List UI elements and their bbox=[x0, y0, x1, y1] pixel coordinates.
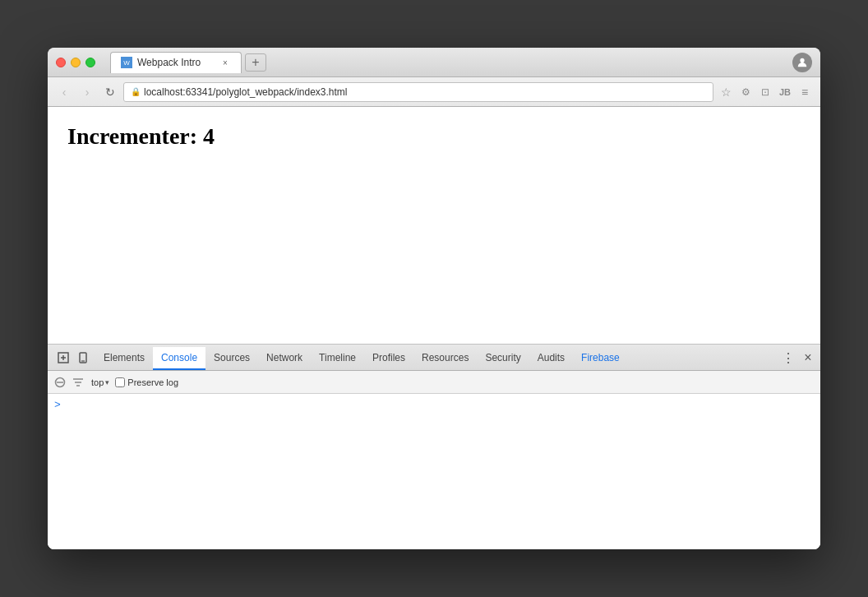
bookmark-icon: ☆ bbox=[721, 86, 732, 99]
preserve-log-label: Preserve log bbox=[115, 377, 178, 387]
profile-icon[interactable] bbox=[792, 53, 812, 72]
device-mode-button[interactable] bbox=[74, 349, 92, 367]
preserve-log-checkbox[interactable] bbox=[115, 377, 125, 387]
address-bar[interactable]: 🔒 localhost:63341/polyglot_webpack/index… bbox=[123, 82, 713, 102]
puzzle-icon: ⚙ bbox=[741, 86, 750, 98]
maximize-window-button[interactable] bbox=[85, 58, 95, 67]
devtools-more-button[interactable]: ⋮ bbox=[779, 349, 797, 367]
cursor-icon bbox=[58, 352, 69, 363]
devtools-tab-list: Elements Console Sources Network Timelin… bbox=[95, 347, 779, 370]
page-content: Incrementer: 4 bbox=[48, 107, 820, 344]
console-content[interactable]: > bbox=[48, 394, 820, 549]
inspect-element-button[interactable] bbox=[54, 349, 72, 367]
console-prompt-arrow: > bbox=[54, 399, 61, 411]
no-entry-icon bbox=[54, 377, 66, 388]
tab-bar: W Webpack Intro × + bbox=[110, 52, 786, 73]
browser-tab[interactable]: W Webpack Intro × bbox=[110, 52, 242, 73]
mobile-icon bbox=[77, 352, 89, 363]
devtools-tab-elements[interactable]: Elements bbox=[95, 347, 153, 370]
menu-button[interactable]: ≡ bbox=[796, 83, 814, 101]
nav-bar: ‹ › ↻ 🔒 localhost:63341/polyglot_webpack… bbox=[48, 77, 820, 107]
devtools-tabs: Elements Console Sources Network Timelin… bbox=[48, 345, 820, 371]
context-label: top bbox=[91, 377, 104, 387]
nav-actions: ☆ ⚙ ⊡ JB ≡ bbox=[717, 83, 814, 101]
context-selector[interactable]: top ▾ bbox=[89, 377, 112, 388]
filter-icon bbox=[72, 377, 84, 387]
devtools-left-icons bbox=[51, 349, 95, 370]
devtools-icon: ⊡ bbox=[761, 86, 769, 98]
devtools-tab-network[interactable]: Network bbox=[258, 347, 311, 370]
page-heading: Incrementer: 4 bbox=[67, 123, 801, 150]
tab-close-button[interactable]: × bbox=[219, 57, 231, 68]
minimize-window-button[interactable] bbox=[71, 58, 81, 67]
title-bar: W Webpack Intro × + bbox=[48, 48, 820, 77]
bookmark-button[interactable]: ☆ bbox=[717, 83, 735, 101]
forward-button[interactable]: › bbox=[77, 82, 97, 102]
reload-icon: ↻ bbox=[105, 86, 115, 99]
extensions-button[interactable]: ⚙ bbox=[736, 83, 755, 101]
tab-title: Webpack Intro bbox=[137, 57, 215, 68]
forward-icon: › bbox=[85, 86, 90, 99]
filter-button[interactable] bbox=[71, 375, 85, 390]
lock-icon: 🔒 bbox=[131, 87, 141, 96]
devtools-tab-audits[interactable]: Audits bbox=[529, 347, 573, 370]
devtools-tab-actions: ⋮ × bbox=[779, 349, 817, 370]
back-icon: ‹ bbox=[62, 86, 67, 99]
traffic-lights bbox=[56, 58, 95, 67]
devtools-panel: Elements Console Sources Network Timelin… bbox=[48, 344, 820, 549]
devtools-tab-timeline[interactable]: Timeline bbox=[311, 347, 364, 370]
user-icon bbox=[796, 57, 808, 68]
address-text: localhost:63341/polyglot_webpack/index3.… bbox=[144, 86, 348, 98]
hamburger-icon: ≡ bbox=[801, 86, 808, 99]
tab-favicon: W bbox=[121, 57, 132, 68]
console-toolbar: top ▾ Preserve log bbox=[48, 371, 820, 394]
dropdown-arrow-icon: ▾ bbox=[105, 378, 109, 386]
reload-button[interactable]: ↻ bbox=[100, 82, 120, 102]
devtools-close-button[interactable]: × bbox=[799, 349, 817, 367]
browser-window: W Webpack Intro × + ‹ › ↻ 🔒 localhost:6 bbox=[48, 48, 820, 549]
clear-console-button[interactable] bbox=[53, 375, 67, 390]
devtools-tab-console[interactable]: Console bbox=[153, 347, 205, 370]
console-prompt[interactable]: > bbox=[54, 397, 814, 413]
devtools-tab-security[interactable]: Security bbox=[477, 347, 529, 370]
close-window-button[interactable] bbox=[56, 58, 66, 67]
new-tab-button[interactable]: + bbox=[245, 53, 266, 72]
jetbrains-button[interactable]: JB bbox=[776, 83, 794, 101]
svg-point-0 bbox=[800, 58, 804, 62]
back-button[interactable]: ‹ bbox=[54, 82, 74, 102]
devtools-tab-sources[interactable]: Sources bbox=[205, 347, 258, 370]
jetbrains-icon: JB bbox=[779, 87, 791, 97]
devtools-tab-resources[interactable]: Resources bbox=[413, 347, 477, 370]
devtools-tab-profiles[interactable]: Profiles bbox=[364, 347, 413, 370]
devtools-button[interactable]: ⊡ bbox=[756, 83, 774, 101]
devtools-tab-firebase[interactable]: Firebase bbox=[573, 347, 628, 370]
